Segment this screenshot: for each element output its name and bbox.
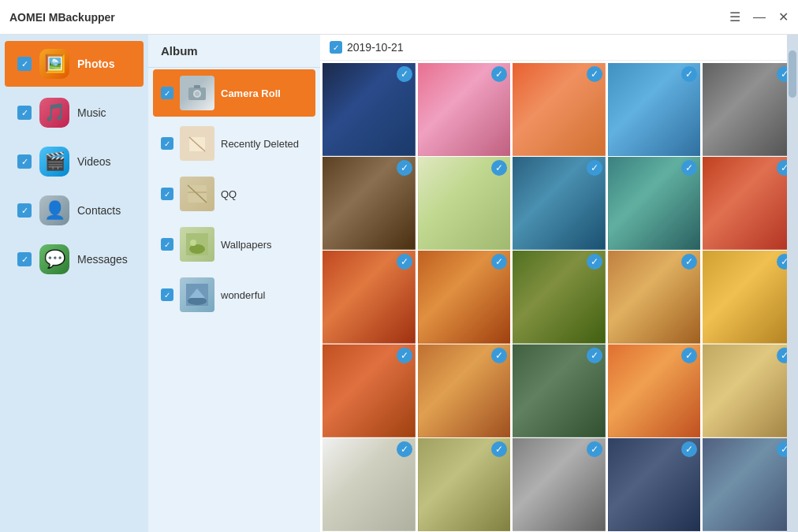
videos-icon: 🎬: [39, 147, 69, 177]
contacts-icon: 👤: [39, 195, 69, 225]
photo-cell-17[interactable]: ✓: [418, 344, 511, 437]
photo-grid: ✓ ✓ ✓ ✓ ✓ ✓ ✓ ✓ ✓ ✓ ✓ ✓ ✓ ✓ ✓ ✓ ✓ ✓ ✓ ✓ …: [320, 61, 798, 532]
menu-icon[interactable]: ☰: [729, 9, 740, 24]
date-check[interactable]: [330, 41, 342, 54]
album-header: Album: [148, 35, 320, 68]
svg-point-13: [188, 297, 207, 305]
album-check-qq[interactable]: [161, 188, 173, 200]
photo-check-8: ✓: [587, 160, 602, 176]
photo-cell-2[interactable]: ✓: [418, 63, 511, 156]
svg-point-11: [190, 240, 196, 246]
photo-check-3: ✓: [587, 66, 602, 82]
album-thumb-wallpapers: [180, 227, 214, 262]
messages-icon: 💬: [39, 244, 69, 274]
photo-cell-5[interactable]: ✓: [703, 63, 796, 156]
sidebar-label-music: Music: [77, 106, 106, 119]
photo-cell-6[interactable]: ✓: [323, 157, 416, 250]
photo-cell-9[interactable]: ✓: [608, 157, 701, 250]
sidebar-item-contacts[interactable]: 👤 Contacts: [5, 188, 144, 233]
close-button[interactable]: ✕: [778, 9, 789, 24]
svg-point-10: [189, 244, 205, 254]
photo-check-21: ✓: [397, 441, 412, 457]
titlebar-left: AOMEI MBackupper: [9, 11, 115, 24]
sidebar-check-music[interactable]: [17, 106, 32, 120]
minimize-button[interactable]: —: [753, 10, 766, 24]
album-item-wallpapers[interactable]: Wallpapers: [153, 221, 315, 268]
album-check-camera-roll[interactable]: [161, 87, 173, 99]
photo-cell-23[interactable]: ✓: [513, 438, 606, 531]
sidebar-label-photos: Photos: [77, 58, 114, 70]
photo-cell-8[interactable]: ✓: [513, 157, 606, 250]
album-check-wallpapers[interactable]: [161, 238, 173, 251]
sidebar: 🖼️ Photos 🎵 Music 🎬 Videos 👤 Contacts 💬 …: [0, 35, 148, 532]
album-thumb-wonderful: [180, 277, 214, 312]
photo-cell-25[interactable]: ✓: [703, 438, 796, 531]
sidebar-item-videos[interactable]: 🎬 Videos: [5, 139, 144, 184]
photo-check-1: ✓: [397, 66, 412, 82]
photo-cell-12[interactable]: ✓: [418, 251, 511, 344]
photo-check-6: ✓: [397, 160, 412, 176]
album-panel: Album Camera Roll Recently Deleted QQ: [148, 35, 320, 532]
scrollbar[interactable]: [787, 35, 798, 532]
sidebar-check-messages[interactable]: [17, 252, 32, 266]
photo-cell-19[interactable]: ✓: [608, 344, 701, 437]
photo-cell-3[interactable]: ✓: [513, 63, 606, 156]
photo-check-11: ✓: [397, 254, 412, 270]
photo-cell-10[interactable]: ✓: [703, 157, 796, 250]
photo-cell-13[interactable]: ✓: [513, 251, 606, 344]
photo-cell-14[interactable]: ✓: [608, 251, 701, 344]
album-label-camera-roll: Camera Roll: [221, 87, 281, 99]
scroll-thumb[interactable]: [789, 50, 796, 98]
date-label: 2019-10-21: [347, 41, 404, 54]
album-item-qq[interactable]: QQ: [153, 170, 315, 218]
sidebar-check-contacts[interactable]: [17, 203, 32, 218]
photo-cell-21[interactable]: ✓: [323, 438, 416, 531]
sidebar-label-messages: Messages: [77, 253, 128, 266]
app-title: AOMEI MBackupper: [9, 11, 115, 24]
album-label-qq: QQ: [221, 188, 237, 200]
album-item-wonderful[interactable]: wonderful: [153, 271, 315, 318]
sidebar-item-music[interactable]: 🎵 Music: [5, 90, 144, 136]
sidebar-item-messages[interactable]: 💬 Messages: [5, 236, 144, 282]
photo-cell-24[interactable]: ✓: [608, 438, 701, 531]
photo-cell-4[interactable]: ✓: [608, 63, 701, 156]
sidebar-check-videos[interactable]: [17, 154, 32, 169]
album-thumb-camera-roll: [180, 76, 214, 110]
album-thumb-recently-deleted: [180, 126, 214, 161]
album-thumb-qq: [180, 177, 214, 211]
album-label-recently-deleted: Recently Deleted: [221, 138, 299, 150]
sidebar-check-photos[interactable]: [17, 57, 32, 71]
titlebar-controls: ☰ — ✕: [729, 9, 789, 24]
album-item-camera-roll[interactable]: Camera Roll: [153, 69, 315, 117]
album-label-wonderful: wonderful: [221, 289, 265, 301]
photo-cell-11[interactable]: ✓: [323, 251, 416, 344]
sidebar-label-videos: Videos: [77, 155, 111, 168]
sidebar-label-contacts: Contacts: [77, 204, 121, 217]
sidebar-item-photos[interactable]: 🖼️ Photos: [5, 41, 144, 87]
photo-cell-16[interactable]: ✓: [323, 344, 416, 437]
photo-cell-15[interactable]: ✓: [703, 251, 796, 344]
photo-panel: 2019-10-21 ✓ ✓ ✓ ✓ ✓ ✓ ✓ ✓ ✓ ✓ ✓ ✓ ✓ ✓ ✓…: [320, 35, 798, 532]
album-item-recently-deleted[interactable]: Recently Deleted: [153, 120, 315, 167]
photo-check-13: ✓: [587, 254, 602, 270]
main-layout: 🖼️ Photos 🎵 Music 🎬 Videos 👤 Contacts 💬 …: [0, 35, 798, 532]
photo-check-18: ✓: [587, 348, 602, 363]
svg-rect-3: [194, 85, 200, 88]
album-check-recently-deleted[interactable]: [161, 137, 173, 150]
photo-cell-1[interactable]: ✓: [323, 63, 416, 156]
photos-icon: 🖼️: [39, 49, 69, 79]
photo-cell-22[interactable]: ✓: [418, 438, 511, 531]
photo-check-16: ✓: [397, 348, 412, 363]
photo-cell-20[interactable]: ✓: [703, 344, 796, 437]
photo-cell-18[interactable]: ✓: [513, 344, 606, 437]
svg-point-2: [195, 91, 200, 96]
photo-cell-7[interactable]: ✓: [418, 157, 511, 250]
album-label-wallpapers: Wallpapers: [221, 239, 272, 251]
photo-date-header: 2019-10-21: [320, 35, 798, 61]
titlebar: AOMEI MBackupper ☰ — ✕: [0, 0, 798, 35]
photo-check-23: ✓: [587, 441, 602, 457]
music-icon: 🎵: [39, 98, 69, 128]
album-check-wonderful[interactable]: [161, 288, 173, 301]
